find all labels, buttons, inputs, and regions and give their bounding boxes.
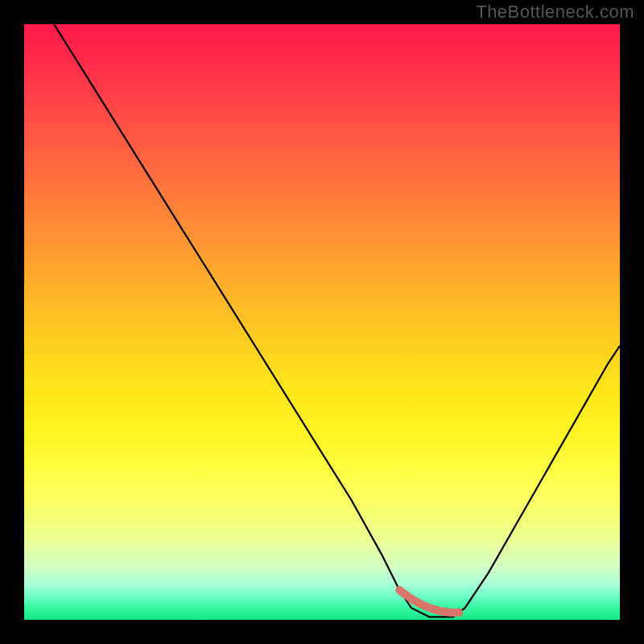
bottleneck-curve: [54, 24, 620, 617]
curve-layer: [24, 24, 620, 620]
watermark-text: TheBottleneck.com: [476, 2, 634, 23]
highlight-segment: [399, 590, 459, 613]
chart-frame: TheBottleneck.com: [0, 0, 644, 644]
plot-area: [24, 24, 620, 620]
